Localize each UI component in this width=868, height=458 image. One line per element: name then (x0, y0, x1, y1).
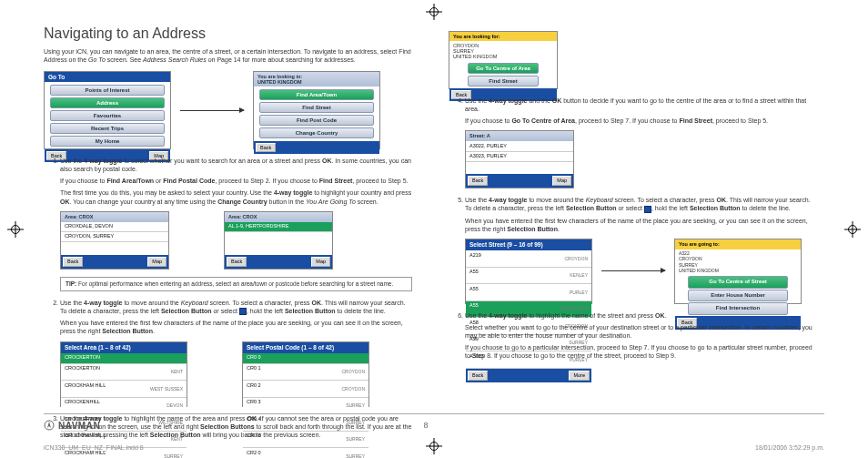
brand-logo: NAVMAN (44, 420, 100, 431)
step-5: Use the 4-way toggle to move around the … (465, 196, 817, 303)
list-item: A219CROYDON (466, 250, 591, 268)
centre-btn-selected: Go To Centre of Area (468, 63, 539, 74)
intro-text: Using your iCN, you can navigate to an a… (44, 47, 412, 64)
list-item: CROCKENHILLDEVON (61, 398, 187, 415)
list-item-selected: CROCKERTON (61, 353, 187, 364)
centre-btn: Find Street (468, 76, 539, 87)
page-number: 8 (424, 421, 429, 430)
tip-box: TIP: For optimal performance when enteri… (60, 277, 412, 291)
reg-mark-top (426, 4, 442, 20)
list-item: CROCKERTONKENT (61, 364, 187, 382)
screen-select-area: Select Area (1 – 8 of 42) CROCKERTON CRO… (60, 341, 187, 407)
screen-goto: Go To Points of Interest Address Favouri… (44, 71, 171, 149)
step-2: Use the 4-way toggle to move around the … (60, 299, 412, 406)
arrow-icon (601, 270, 665, 271)
list-item: CROXDALE, DEVON (61, 222, 168, 232)
screen-going-to: You are going to: A322 CROYDON SURREY UN… (674, 239, 802, 304)
reg-mark-right (844, 221, 861, 238)
list-item: A55KENLEY (466, 268, 591, 285)
goto-item: My Home (50, 136, 165, 147)
list-item: CR0 1CROYDON (243, 364, 368, 382)
indd-stamp: 18/01/2006 3:52:29 p.m. (755, 444, 824, 451)
arrow-icon (180, 110, 244, 111)
list-item: A3022, PURLEY (466, 141, 573, 151)
list-item: CROYDON, SURREY (61, 232, 168, 242)
screen-kb-post: Area: CROX AL 1-9, HERTFORDSHIRE BackMap (224, 211, 333, 270)
screen-kb-street: Street: A A3022, PURLEY A3023, PURLEY Ba… (465, 130, 574, 188)
screen-kb-area: Area: CROX CROXDALE, DEVON CROYDON, SURR… (60, 211, 169, 270)
list-item: CR0 2CROYDON (243, 381, 368, 398)
list-item-selected: AL 1-9, HERTFORDSHIRE (225, 222, 332, 232)
screen-find: You are looking in:UNITED KINGDOM Find A… (253, 71, 380, 149)
indd-file: iCN330_UM_EU_NZ_FINAL.indd 8 (44, 444, 144, 451)
final-btn: Enter House Number (688, 290, 788, 302)
goto-item: Recent Trips (50, 123, 165, 134)
list-item: CR0 3SURREY (243, 398, 368, 415)
page-title: Navigating to an Address (44, 25, 412, 42)
navman-icon (44, 420, 55, 431)
screen-select-post: Select Postal Code (1 – 8 of 42) CR0 0 C… (242, 341, 369, 407)
goto-item: Favourites (50, 110, 165, 121)
goto-item-selected: Address (50, 97, 165, 108)
list-item: A55PURLEY (466, 284, 591, 301)
list-item: CROCKHAM HILLWEST SUSSEX (61, 381, 187, 398)
reg-mark-left (7, 221, 24, 238)
list-item-selected: CR0 0 (243, 353, 368, 364)
list-item: A3023, PURLEY (466, 152, 573, 162)
final-btn: Find Intersection (688, 302, 788, 315)
screen-select-street: Select Street (9 – 16 of 99) A219CROYDON… (465, 239, 592, 304)
find-item-selected: Find Area/Town (259, 89, 374, 100)
delete-icon (239, 308, 247, 315)
step-4: Use the 4-way toggle and the OK button t… (465, 97, 817, 188)
screen-centre-area: You are looking for: CROYDON SURREY UNIT… (449, 31, 558, 89)
find-item: Find Post Code (259, 115, 374, 126)
goto-item: Points of Interest (50, 85, 165, 96)
step-1: Use the 4-way toggle to select whether y… (60, 157, 412, 291)
find-item: Find Street (259, 102, 374, 113)
delete-icon (644, 206, 651, 213)
final-btn-selected: Go To Centre of Street (688, 276, 788, 289)
find-item: Change Country (259, 127, 374, 138)
